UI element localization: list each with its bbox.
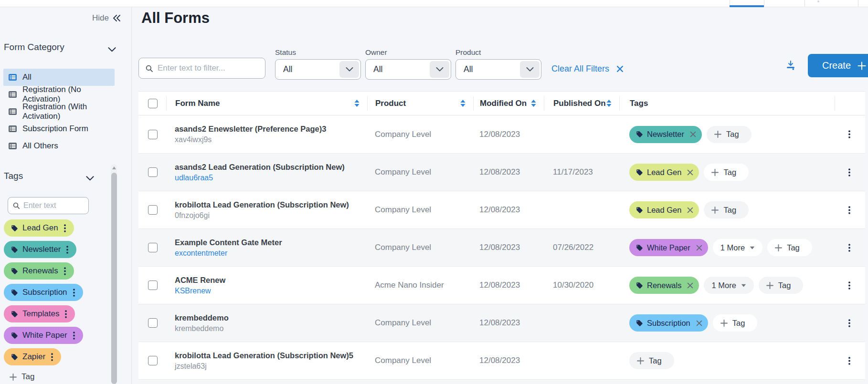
remove-tag-icon[interactable]: [696, 320, 702, 326]
chevron-down-icon[interactable]: [430, 61, 449, 78]
tags-cell: SubscriptionTag: [619, 304, 835, 342]
form-name[interactable]: krobilotta Lead Generation (Subscription…: [175, 351, 353, 360]
row-checkbox[interactable]: [148, 205, 158, 215]
chevron-down-icon[interactable]: [86, 174, 94, 183]
row-checkbox[interactable]: [148, 318, 158, 328]
remove-tag-icon[interactable]: [687, 282, 693, 289]
form-name-cell: krobilotta Lead Generation (Subscription…: [166, 191, 367, 228]
kebab-menu-icon[interactable]: [847, 205, 852, 215]
sidebar-category-all[interactable]: All: [3, 69, 115, 86]
remove-tag-icon[interactable]: [687, 207, 693, 213]
form-name[interactable]: krembeddemo: [175, 313, 229, 322]
sidebar-tag-lead-gen[interactable]: Lead Gen: [4, 219, 74, 237]
chevron-down-icon[interactable]: [108, 45, 116, 54]
sidebar-tag-white-paper[interactable]: White Paper: [4, 327, 83, 344]
product-value: Company Level: [375, 167, 431, 177]
row-tag-subscription[interactable]: Subscription: [629, 314, 708, 332]
download-icon[interactable]: [785, 60, 796, 71]
form-name[interactable]: Example Content Gate Meter: [175, 238, 282, 247]
add-tag-button[interactable]: Tag: [629, 352, 674, 369]
chevron-down-icon[interactable]: [339, 61, 359, 78]
table-header-row: Form NameProductModified OnPublished OnT…: [138, 91, 865, 115]
tags-scrollbar-track[interactable]: [111, 164, 117, 384]
clear-all-filters-button[interactable]: Clear All Filters: [551, 64, 624, 74]
add-tag-button[interactable]: Tag: [707, 126, 752, 143]
sidebar-category-all-others[interactable]: All Others: [3, 137, 115, 155]
sidebar-category-subscription-form[interactable]: Subscription Form: [3, 120, 115, 137]
kebab-menu-icon[interactable]: [50, 352, 54, 362]
form-name[interactable]: krobilotta Lead Generation (Subscription…: [175, 200, 349, 209]
kebab-menu-icon[interactable]: [847, 129, 852, 139]
sidebar-tag-renewals[interactable]: Renewals: [4, 262, 74, 280]
sidebar-category-registration-no-activation[interactable]: Registration (No Activation): [3, 86, 115, 103]
row-tag-white-paper[interactable]: White Paper: [629, 239, 708, 256]
kebab-menu-icon[interactable]: [72, 288, 76, 298]
dropdown-select-status[interactable]: All: [275, 59, 361, 80]
add-tag-button[interactable]: Tag: [704, 164, 749, 181]
row-checkbox[interactable]: [148, 356, 158, 365]
row-checkbox[interactable]: [148, 167, 158, 177]
add-tag-button[interactable]: Tag: [759, 277, 804, 294]
kebab-menu-icon[interactable]: [65, 245, 70, 255]
published-on-value: 07/26/2022: [553, 243, 593, 252]
kebab-menu-icon[interactable]: [63, 266, 67, 276]
sidebar-tag-zapier[interactable]: Zapier: [4, 348, 61, 365]
tag-label: Lead Gen: [647, 206, 681, 215]
form-name[interactable]: asands2 Lead Generation (Subscription Ne…: [175, 163, 345, 172]
add-tag-button[interactable]: Tag: [767, 239, 812, 256]
dropdown-select-product[interactable]: All: [455, 59, 541, 80]
more-tags-button[interactable]: 1 More: [704, 277, 753, 294]
top-tab-strip[interactable]: [0, 0, 868, 7]
product-value: Company Level: [375, 243, 431, 252]
tags-scrollbar-thumb[interactable]: [111, 173, 117, 384]
form-code[interactable]: excontentmeter: [175, 249, 282, 258]
create-button[interactable]: Create: [808, 54, 868, 77]
sidebar-tag-subscription[interactable]: Subscription: [4, 284, 83, 301]
sort-icon[interactable]: [460, 100, 466, 107]
row-tag-newsletter[interactable]: Newsletter: [629, 126, 702, 143]
remove-tag-icon[interactable]: [690, 131, 696, 137]
tag-search-input[interactable]: [23, 201, 84, 210]
row-tag-lead-gen[interactable]: Lead Gen: [629, 201, 699, 218]
sidebar-tag-templates[interactable]: Templates: [4, 305, 75, 322]
table-row: krobilotta Lead Generation (Subscription…: [138, 191, 865, 228]
sort-icon[interactable]: [606, 100, 612, 107]
row-checkbox[interactable]: [148, 130, 158, 139]
form-name[interactable]: ACME Renew: [175, 276, 225, 285]
row-checkbox[interactable]: [148, 280, 158, 290]
chevron-down-icon[interactable]: [520, 61, 540, 78]
caret-down-icon: [741, 284, 746, 287]
hide-sidebar-button[interactable]: Hide: [92, 13, 121, 23]
kebab-menu-icon[interactable]: [72, 331, 76, 341]
dropdown-select-owner[interactable]: All: [365, 59, 451, 80]
kebab-menu-icon[interactable]: [63, 223, 67, 233]
sidebar-tag-newsletter[interactable]: Newsletter: [4, 241, 76, 258]
remove-tag-icon[interactable]: [696, 245, 702, 251]
sort-icon[interactable]: [354, 100, 360, 107]
table-row: ACME RenewKSBrenewAcme Nano Insider12/08…: [138, 266, 865, 304]
row-checkbox[interactable]: [148, 243, 158, 252]
kebab-menu-icon[interactable]: [847, 167, 852, 177]
add-tag-button[interactable]: Tag: [713, 314, 758, 332]
select-all-checkbox[interactable]: [148, 99, 158, 108]
kebab-menu-icon[interactable]: [64, 309, 68, 319]
kebab-menu-icon[interactable]: [847, 356, 852, 366]
form-name[interactable]: asands2 Enewsletter (Preference Page)3: [175, 125, 326, 134]
form-code[interactable]: KSBrenew: [175, 287, 225, 295]
kebab-menu-icon[interactable]: [847, 318, 852, 328]
row-tag-lead-gen[interactable]: Lead Gen: [629, 164, 699, 181]
add-tag-button[interactable]: Tag: [704, 201, 749, 218]
more-tags-button[interactable]: 1 More: [713, 239, 762, 256]
remove-tag-icon[interactable]: [687, 169, 693, 176]
kebab-menu-icon[interactable]: [847, 243, 852, 253]
table-row: asands2 Enewsletter (Preference Page)3xa…: [138, 115, 865, 153]
form-name-cell: asands2 Lead Generation (Subscription Ne…: [166, 154, 367, 191]
sidebar-category-registration-with-activation[interactable]: Registration (With Activation): [3, 103, 115, 120]
forms-table: Form NameProductModified OnPublished OnT…: [138, 91, 865, 384]
kebab-menu-icon[interactable]: [847, 280, 852, 291]
form-code[interactable]: udlau6raa5: [175, 174, 345, 182]
add-tag-button[interactable]: Tag: [10, 372, 34, 382]
sort-icon[interactable]: [531, 100, 536, 107]
table-filter-input[interactable]: [158, 63, 258, 73]
row-tag-renewals[interactable]: Renewals: [629, 277, 699, 294]
